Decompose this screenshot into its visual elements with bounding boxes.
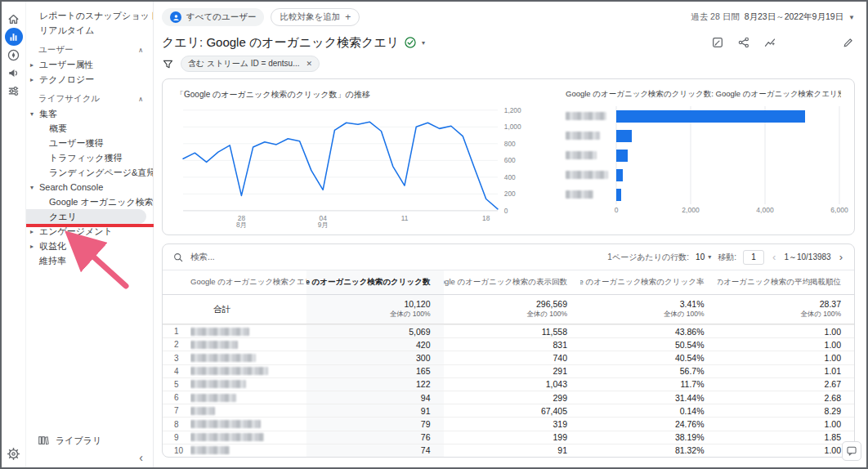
sidebar-collapse-button[interactable]: ‹ [26, 449, 153, 466]
ctr-cell: 81.32% [580, 444, 718, 457]
total-cell: 296,569全体の 100% [444, 295, 581, 324]
sidebar-footer: ライブラリ ‹ [26, 431, 153, 466]
clicks-cell: 300 [306, 351, 444, 364]
section-collapse-icon[interactable]: ∧ [138, 96, 143, 103]
sidebar-item-report-snapshot[interactable]: レポートのスナップショット [26, 8, 153, 23]
audience-chip[interactable]: すべてのユーザー [162, 8, 264, 26]
blurred-category-label [566, 112, 606, 120]
admin-gear-icon[interactable] [2, 447, 25, 461]
bar-axis-tick: 6,000 [830, 206, 848, 214]
chevron-down-icon[interactable]: ▾ [30, 110, 34, 118]
report-actions [711, 36, 855, 49]
nav-configure-icon[interactable] [5, 82, 23, 100]
bar-chart-box: Google のオーガニック検索のクリック数: Google のオーガニック検索… [566, 89, 841, 230]
table-search-input[interactable]: 検索... [172, 252, 215, 263]
sidebar-item-landing-page[interactable]: ランディングページ&直帰... [26, 165, 153, 180]
row-index: 1 [163, 325, 190, 337]
goto-page-input[interactable]: 1 [743, 250, 764, 265]
bar-rows [566, 106, 841, 204]
nav-explore-icon[interactable] [5, 46, 23, 64]
bar-row [566, 145, 841, 165]
clicks-cell: 91 [306, 404, 444, 417]
sidebar-item-library[interactable]: ライブラリ [26, 431, 153, 449]
chevron-down-icon[interactable]: ▾ [30, 184, 34, 191]
bar-row [566, 185, 841, 204]
filter-chip-label: 含む ストリーム ID = dentsu... [188, 58, 299, 69]
sidebar-item-label: ユーザー獲得 [49, 137, 104, 150]
feedback-button[interactable] [842, 441, 861, 461]
sidebar-item-user-attributes[interactable]: ▸ユーザー属性 [26, 57, 153, 72]
ctr-cell: 40.54% [580, 351, 718, 364]
query-cell [190, 444, 306, 457]
section-collapse-icon[interactable]: ∧ [138, 47, 143, 54]
nav-advertising-icon[interactable] [5, 64, 23, 82]
sidebar-item-google-organic-search-report[interactable]: Google オーガニック検索レ... [26, 194, 153, 209]
nav-reports-icon[interactable] [5, 28, 23, 46]
rows-per-page-select[interactable]: 10 ▾ [696, 252, 711, 261]
section-label: ユーザー [38, 44, 74, 56]
sidebar-item-label: 収益化 [39, 240, 66, 252]
column-header-impressions[interactable]: Google のオーガニック検索の表示回数 [444, 270, 581, 294]
column-header-query[interactable]: Google のオーガニック検索クエリ ▾ + [190, 270, 306, 294]
table-row: 15,06911,55843.86%1.00 [163, 324, 854, 337]
svg-text:9月: 9月 [318, 221, 329, 229]
goto-label: 移動: [718, 252, 736, 263]
avg-position-cell: 1.00 [718, 325, 855, 337]
svg-text:11: 11 [401, 213, 409, 221]
query-cell [190, 338, 306, 351]
sidebar-section-user[interactable]: ユーザー∧ [26, 42, 153, 57]
share-icon[interactable] [737, 36, 750, 49]
sidebar-item-technology[interactable]: ▸テクノロジー [26, 72, 153, 87]
sidebar-section-lifecycle[interactable]: ライフサイクル∧ [26, 92, 153, 106]
filter-chip[interactable]: 含む ストリーム ID = dentsu... ✕ [181, 56, 320, 72]
rows-per-page-label: 1ページあたりの行数: [607, 252, 689, 263]
sidebar-item-retention[interactable]: 維持率 [26, 253, 153, 268]
add-comparison-label: 比較対象を追加 [280, 11, 340, 23]
column-header-ctr[interactable]: Google のオーガニック検索のクリック率 [580, 270, 718, 294]
avg-position-cell: 1.00 [718, 351, 855, 364]
sidebar-item-search-console[interactable]: ▾Search Console [26, 180, 153, 194]
clicks-cell: 165 [306, 365, 444, 377]
ctr-cell: 38.19% [580, 431, 718, 444]
sidebar-item-queries[interactable]: クエリ [26, 209, 146, 224]
close-icon[interactable]: ✕ [306, 60, 312, 68]
column-header-avg-position[interactable]: Google のオーガニック検索の平均掲載順位 [718, 270, 855, 294]
insights-icon[interactable] [763, 36, 776, 49]
column-header-clicks[interactable]: ↓ Google のオーガニック検索のクリック数 [306, 270, 444, 294]
sidebar-item-acquisition[interactable]: ▾集客 [26, 106, 153, 121]
chevron-right-icon[interactable]: ▸ [30, 228, 34, 235]
svg-text:800: 800 [504, 139, 516, 147]
impressions-cell: 831 [444, 338, 581, 351]
sidebar-item-user-acquisition[interactable]: ユーザー獲得 [26, 136, 153, 150]
filter-funnel-icon[interactable] [162, 58, 174, 70]
add-comparison-chip[interactable]: 比較対象を追加 + [271, 8, 360, 26]
sidebar-item-realtime[interactable]: リアルタイム [26, 23, 153, 38]
report-status-check-icon[interactable] [404, 36, 417, 49]
library-icon [38, 435, 49, 446]
chevron-right-icon[interactable]: ▸ [30, 243, 34, 250]
app-nav-rail [2, 2, 26, 467]
table-total-row: 合計10,120全体の 100%296,569全体の 100%3.41%全体の … [163, 295, 854, 324]
prev-page-icon[interactable]: ‹ [771, 251, 777, 263]
customize-report-icon[interactable] [711, 36, 724, 49]
title-chevron-down-icon[interactable]: ▾ [422, 39, 425, 47]
next-page-icon[interactable]: › [838, 251, 844, 263]
nav-home-icon[interactable] [5, 10, 23, 28]
bar-row [566, 165, 841, 185]
sidebar-item-traffic-acquisition[interactable]: トラフィック獲得 [26, 150, 153, 165]
date-range-picker[interactable]: 過去 28 日間 8月23日～2022年9月19日 ▼ [691, 11, 855, 23]
line-chart-title: 「Google のオーガニック検索のクリック数」の推移 [176, 89, 548, 100]
chevron-down-icon: ▼ [848, 14, 855, 21]
chevron-right-icon[interactable]: ▸ [30, 76, 34, 83]
avg-position-cell: 1.01 [718, 365, 855, 377]
impressions-cell: 199 [444, 431, 581, 444]
sidebar-item-monetization[interactable]: ▸収益化 [26, 239, 153, 253]
clicks-cell: 94 [306, 391, 444, 404]
bar-axis-tick: 4,000 [756, 206, 773, 214]
chevron-right-icon[interactable]: ▸ [30, 61, 34, 69]
impressions-cell: 299 [444, 391, 581, 404]
pagination-controls: 1ページあたりの行数: 10 ▾ 移動: 1 ‹ 1～10/13983 › [607, 250, 844, 265]
edit-icon[interactable] [842, 36, 855, 49]
data-table-panel: 検索... 1ページあたりの行数: 10 ▾ 移動: 1 ‹ 1～10/1398… [162, 243, 855, 458]
sidebar-item-acquisition-overview[interactable]: 概要 [26, 121, 153, 136]
